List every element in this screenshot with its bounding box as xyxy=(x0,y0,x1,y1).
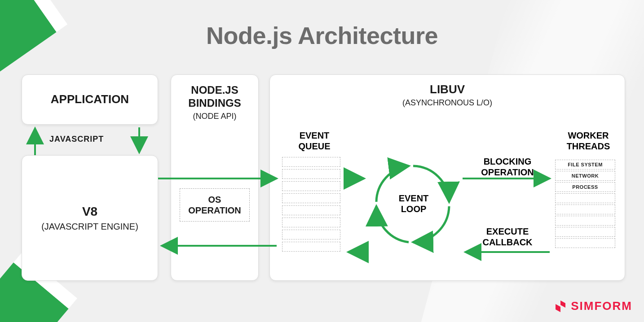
event-loop-circle xyxy=(376,166,449,242)
simform-text: SIMFORM xyxy=(571,299,632,313)
arrows-layer xyxy=(0,0,644,322)
simform-icon xyxy=(554,300,567,313)
simform-logo: SIMFORM xyxy=(554,299,632,313)
